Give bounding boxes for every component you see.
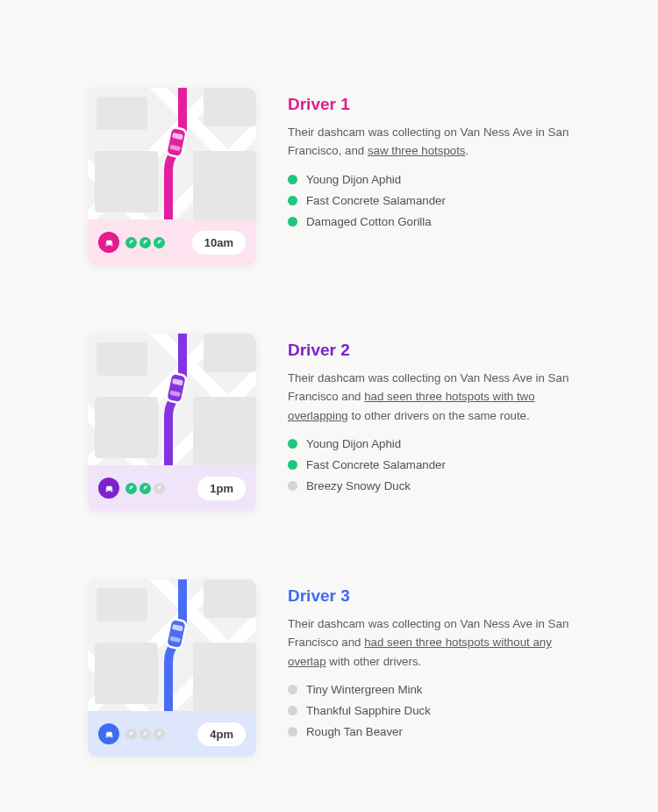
- pip-icon: [139, 729, 151, 740]
- svg-rect-30: [95, 643, 158, 704]
- driver-details: Driver 3 Their dashcam was collecting on…: [288, 579, 570, 757]
- svg-rect-31: [204, 579, 256, 618]
- card-footer: 10am: [88, 219, 256, 265]
- status-dot: [288, 439, 297, 449]
- map-card: 1pm: [88, 334, 256, 511]
- driver-description: Their dashcam was collecting on Van Ness…: [288, 614, 570, 671]
- pip-icon: [139, 237, 151, 248]
- list-item: Young Dijon Aphid: [288, 437, 570, 450]
- status-dot: [288, 217, 297, 226]
- map-area: [88, 579, 256, 711]
- car-icon: [98, 478, 119, 499]
- map-card: 4pm: [88, 579, 256, 757]
- card-footer: 1pm: [88, 465, 256, 511]
- map-card: 10am: [88, 88, 256, 265]
- pip-icon: [125, 237, 137, 248]
- driver-title: Driver 2: [288, 341, 570, 360]
- status-dot: [288, 727, 297, 737]
- map-illustration: [88, 579, 256, 711]
- svg-rect-29: [97, 588, 147, 622]
- svg-rect-32: [193, 643, 256, 711]
- time-chip: 4pm: [197, 722, 246, 746]
- svg-rect-20: [193, 397, 256, 465]
- map-illustration: [88, 334, 256, 465]
- card-footer: 4pm: [88, 711, 256, 757]
- svg-rect-6: [95, 151, 158, 212]
- pip-icon: [125, 483, 137, 494]
- pip-icon: [154, 729, 165, 740]
- status-dot: [288, 481, 297, 491]
- hotspot-list: Young Dijon Aphid Fast Concrete Salamand…: [288, 437, 570, 492]
- status-dot: [288, 175, 297, 184]
- status-dot: [288, 460, 297, 470]
- time-chip: 1pm: [197, 477, 246, 500]
- car-icon: [98, 232, 119, 253]
- driver-title: Driver 1: [288, 95, 570, 114]
- list-item: Fast Concrete Salamander: [288, 458, 570, 471]
- driver-row-1: 10am Driver 1 Their dashcam was collecti…: [88, 88, 570, 265]
- footer-badges: [98, 723, 165, 744]
- driver-description: Their dashcam was collecting on Van Ness…: [288, 123, 570, 161]
- map-area: [88, 334, 256, 465]
- car-icon: [98, 723, 119, 744]
- pip-icon: [139, 483, 151, 494]
- driver-description: Their dashcam was collecting on Van Ness…: [288, 369, 570, 425]
- driver-details: Driver 1 Their dashcam was collecting on…: [288, 88, 570, 265]
- map-area: [88, 88, 256, 219]
- driver-details: Driver 2 Their dashcam was collecting on…: [288, 334, 570, 511]
- svg-rect-18: [95, 397, 158, 458]
- footer-badges: [98, 478, 165, 499]
- hotspot-list: Tiny Wintergreen Mink Thankful Sapphire …: [288, 683, 570, 738]
- status-dot: [288, 706, 297, 715]
- status-dot: [288, 685, 297, 694]
- pips: [125, 483, 165, 494]
- svg-rect-17: [97, 342, 147, 376]
- list-item: Young Dijon Aphid: [288, 173, 570, 186]
- svg-rect-5: [97, 97, 147, 130]
- list-item: Tiny Wintergreen Mink: [288, 683, 570, 696]
- pip-icon: [154, 483, 165, 494]
- list-item: Damaged Cotton Gorilla: [288, 215, 570, 228]
- list-item: Thankful Sapphire Duck: [288, 704, 570, 717]
- svg-rect-19: [204, 334, 256, 372]
- list-item: Rough Tan Beaver: [288, 725, 570, 738]
- footer-badges: [98, 232, 165, 253]
- list-item: Breezy Snowy Duck: [288, 479, 570, 492]
- svg-rect-8: [193, 151, 256, 219]
- pips: [125, 729, 165, 740]
- pip-icon: [125, 729, 137, 740]
- driver-title: Driver 3: [288, 586, 570, 606]
- pips: [125, 237, 165, 248]
- pip-icon: [154, 237, 165, 248]
- list-item: Fast Concrete Salamander: [288, 194, 570, 207]
- time-chip: 10am: [192, 231, 246, 255]
- map-illustration: [88, 88, 256, 219]
- status-dot: [288, 196, 297, 205]
- hotspot-list: Young Dijon Aphid Fast Concrete Salamand…: [288, 173, 570, 228]
- driver-row-2: 1pm Driver 2 Their dashcam was collectin…: [88, 334, 570, 511]
- svg-rect-7: [204, 88, 256, 126]
- driver-row-3: 4pm Driver 3 Their dashcam was collectin…: [88, 579, 570, 757]
